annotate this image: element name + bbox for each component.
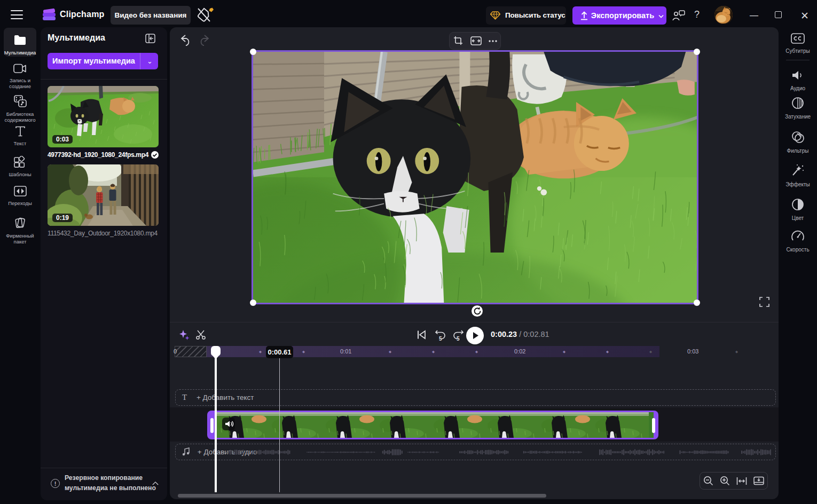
svg-text:5: 5 (457, 336, 460, 342)
svg-text:5: 5 (439, 336, 442, 342)
